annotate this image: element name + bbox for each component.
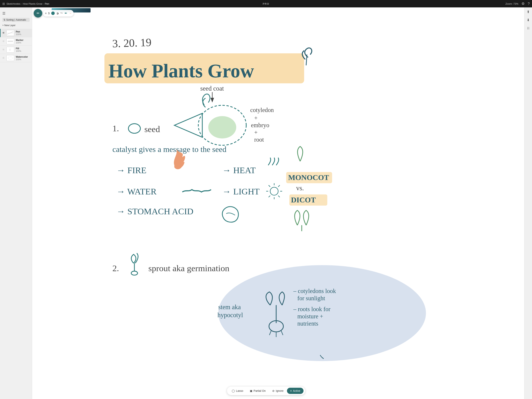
svg-text:→  LIGHT: → LIGHT bbox=[222, 187, 260, 196]
svg-text:seed: seed bbox=[144, 124, 160, 134]
svg-text:seed coat: seed coat bbox=[200, 85, 224, 92]
layer-thumb-watercolor bbox=[6, 55, 14, 61]
breadcrumb: Sketchnotes › How Plants Grow › Pen bbox=[6, 2, 49, 5]
waveform-icon[interactable]: 〜 bbox=[60, 12, 63, 15]
grid-icon[interactable]: ⊞ bbox=[2, 2, 5, 6]
svg-text:→  WATER: → WATER bbox=[116, 187, 157, 196]
arrow-icon[interactable]: → bbox=[69, 12, 72, 15]
svg-text:root: root bbox=[254, 136, 264, 143]
layer-name-marker: Marker bbox=[16, 39, 23, 41]
layer-opacity-pen: 100% bbox=[16, 33, 21, 35]
layer-visibility-watercolor[interactable]: 👁 bbox=[2, 57, 5, 60]
layer-opacity-fill: 100% bbox=[16, 50, 21, 52]
app-header: ⊞ Sketchnotes › How Plants Grow › Pen PR… bbox=[0, 0, 266, 7]
layer-name-fill: Fill bbox=[16, 47, 21, 50]
breadcrumb-sketchnotes[interactable]: Sketchnotes bbox=[6, 2, 20, 5]
breadcrumb-sep-1: › bbox=[21, 2, 22, 5]
pro-badge: PRO bbox=[263, 2, 266, 5]
header-center: PRO bbox=[178, 2, 266, 5]
svg-text:→  HEAT: → HEAT bbox=[222, 165, 256, 175]
menu-icon: ☰ bbox=[2, 11, 6, 16]
svg-point-5 bbox=[8, 57, 13, 59]
layer-opacity-marker: 100% bbox=[16, 41, 23, 44]
layer-name-watercolor: Watercolor bbox=[16, 56, 28, 58]
svg-text:cotyledon: cotyledon bbox=[250, 107, 266, 113]
svg-text:How Plants Grow: How Plants Grow bbox=[108, 60, 254, 81]
main-canvas[interactable]: ✏ ≡ $ ◑ 〜 ✒ → 3. 20. 19 How Plants Grow bbox=[32, 7, 266, 200]
layer-item-watercolor[interactable]: 👁 Watercolor 100% bbox=[0, 54, 32, 62]
float-panel: ✏ ≡ $ ◑ 〜 ✒ → bbox=[34, 9, 74, 18]
layer-info-watercolor: Watercolor 100% bbox=[16, 56, 28, 61]
breadcrumb-sep-2: › bbox=[43, 2, 44, 5]
svg-text:+: + bbox=[254, 129, 257, 136]
layer-item-fill[interactable]: 👁 Fill 100% bbox=[0, 45, 32, 54]
breadcrumb-document[interactable]: How Plants Grow bbox=[23, 2, 42, 5]
currency-icon[interactable]: $ bbox=[48, 12, 50, 15]
new-layer-label: + New Layer bbox=[2, 24, 16, 27]
layer-info-pen: Pen 100% bbox=[16, 30, 21, 35]
layer-info-fill: Fill 100% bbox=[16, 47, 21, 52]
svg-text:1.: 1. bbox=[112, 123, 119, 133]
layer-visibility-fill[interactable]: 👁 bbox=[2, 48, 5, 51]
new-layer-button[interactable]: + New Layer bbox=[2, 23, 30, 27]
menu-mini-icon[interactable]: ≡ bbox=[45, 12, 47, 15]
sorting-mode: Automatic bbox=[16, 19, 26, 21]
sidebar: ☰ ⇅ Sorting | Automatic + New Layer 👁 Pe… bbox=[0, 7, 32, 200]
sorting-button[interactable]: ⇅ Sorting | Automatic bbox=[2, 18, 30, 22]
breadcrumb-layer: Pen bbox=[45, 2, 49, 5]
layer-name-pen: Pen bbox=[16, 30, 21, 33]
header-left: ⊞ Sketchnotes › How Plants Grow › Pen bbox=[2, 2, 178, 6]
sorting-label: Sorting bbox=[6, 19, 14, 21]
layer-thumb-pen bbox=[6, 30, 14, 36]
sort-icon: ⇅ bbox=[4, 19, 6, 21]
active-pen-icon[interactable]: ✒ bbox=[64, 11, 67, 15]
layer-visibility-pen[interactable]: 👁 bbox=[2, 31, 5, 34]
pen-tool-button[interactable]: ✏ bbox=[34, 9, 42, 18]
layer-item-pen[interactable]: 👁 Pen 100% bbox=[0, 29, 32, 37]
sketch-canvas-svg: 3. 20. 19 How Plants Grow seed coat bbox=[32, 7, 266, 200]
layer-opacity-watercolor: 100% bbox=[16, 58, 28, 61]
canvas-content: ✏ ≡ $ ◑ 〜 ✒ → 3. 20. 19 How Plants Grow bbox=[32, 7, 266, 200]
svg-text:catalyst gives a message to th: catalyst gives a message to the seed bbox=[112, 145, 226, 154]
layer-list: 👁 Pen 100% 👁 Marker 100% bbox=[0, 29, 32, 62]
layer-info-marker: Marker 100% bbox=[16, 39, 23, 44]
sorting-sep: | bbox=[14, 19, 15, 21]
layer-thumb-marker bbox=[6, 38, 14, 44]
contrast-icon[interactable]: ◑ bbox=[56, 12, 59, 15]
color-swatch[interactable] bbox=[51, 12, 55, 15]
layer-thumb-fill bbox=[6, 47, 14, 53]
svg-point-13 bbox=[208, 116, 236, 139]
svg-text:→  FIRE: → FIRE bbox=[116, 165, 146, 175]
mini-tool-panel: ≡ $ ◑ 〜 ✒ → bbox=[43, 10, 74, 17]
svg-line-0 bbox=[7, 32, 13, 34]
svg-text:+: + bbox=[254, 115, 257, 121]
svg-rect-2 bbox=[8, 41, 13, 42]
layer-visibility-marker[interactable]: 👁 bbox=[2, 40, 5, 43]
svg-point-22 bbox=[128, 124, 140, 133]
svg-text:embryo: embryo bbox=[251, 122, 266, 129]
sidebar-menu-button[interactable]: ☰ bbox=[2, 11, 30, 16]
layer-item-marker[interactable]: 👁 Marker 100% bbox=[0, 37, 32, 45]
svg-text:3. 20. 19: 3. 20. 19 bbox=[112, 36, 152, 50]
sidebar-top: ☰ ⇅ Sorting | Automatic + New Layer bbox=[0, 9, 32, 29]
